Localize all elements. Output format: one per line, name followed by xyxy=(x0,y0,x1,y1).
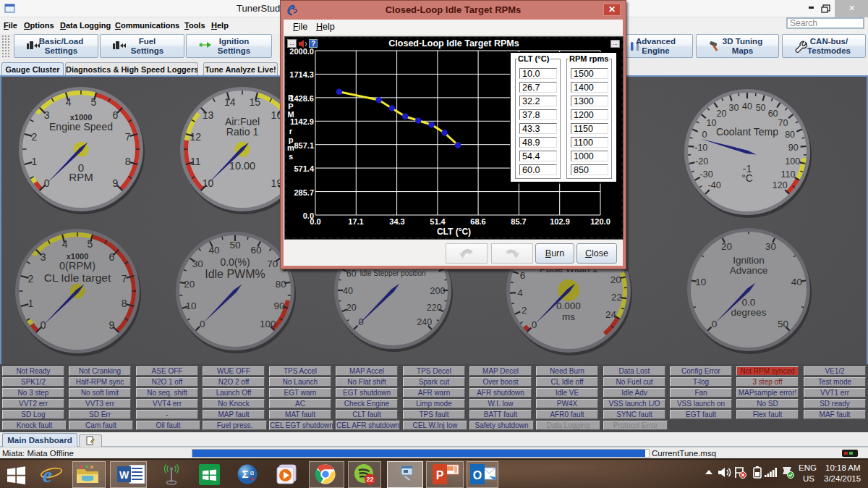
svg-text:0: 0 xyxy=(44,177,50,189)
svg-text:10: 10 xyxy=(707,118,717,128)
svg-text:13: 13 xyxy=(203,109,214,121)
svg-text:6: 6 xyxy=(520,270,526,281)
svg-text:0.0: 0.0 xyxy=(742,297,756,308)
svg-text:7: 7 xyxy=(122,273,127,285)
svg-text:P: P xyxy=(436,469,444,481)
svg-text:15: 15 xyxy=(250,96,261,108)
svg-text:0(RPM): 0(RPM) xyxy=(59,260,95,272)
svg-text:Engine Speed: Engine Speed xyxy=(49,121,113,132)
svg-text:60: 60 xyxy=(768,109,778,119)
svg-text:-10: -10 xyxy=(694,143,707,153)
svg-text:240: 240 xyxy=(417,317,432,327)
svg-text:4: 4 xyxy=(66,96,72,108)
svg-text:Advance: Advance xyxy=(730,265,768,276)
svg-text:22: 22 xyxy=(366,476,373,483)
svg-text:°C: °C xyxy=(741,172,753,184)
svg-text:-40: -40 xyxy=(708,180,721,190)
svg-text:9: 9 xyxy=(113,177,119,189)
svg-text:60: 60 xyxy=(346,269,357,279)
svg-text:10.00: 10.00 xyxy=(229,160,255,172)
svg-text:40: 40 xyxy=(791,277,802,287)
svg-text:5: 5 xyxy=(87,238,93,250)
svg-text:5: 5 xyxy=(90,96,96,108)
svg-text:40: 40 xyxy=(742,101,752,112)
svg-text:30: 30 xyxy=(728,103,739,113)
svg-text:22: 22 xyxy=(611,292,622,303)
svg-text:Coolant Temp: Coolant Temp xyxy=(716,126,778,138)
svg-text:40: 40 xyxy=(343,286,353,296)
svg-text:24: 24 xyxy=(605,309,617,320)
svg-text:2: 2 xyxy=(522,305,527,316)
svg-text:50: 50 xyxy=(756,103,766,113)
svg-text:0.000: 0.000 xyxy=(556,300,581,311)
svg-text:11: 11 xyxy=(190,156,201,167)
svg-text:3: 3 xyxy=(41,251,46,263)
svg-text:50: 50 xyxy=(778,319,788,329)
svg-text:20: 20 xyxy=(716,109,726,119)
svg-text:e: e xyxy=(43,463,52,486)
svg-text:Idle PWM%: Idle PWM% xyxy=(205,268,265,280)
svg-text:8: 8 xyxy=(125,156,131,167)
svg-text:8: 8 xyxy=(122,298,127,309)
svg-text:W: W xyxy=(119,469,129,481)
svg-text:0: 0 xyxy=(359,317,364,327)
svg-text:9: 9 xyxy=(109,319,115,331)
svg-text:20: 20 xyxy=(721,241,732,252)
svg-text:2: 2 xyxy=(27,273,33,285)
svg-text:70: 70 xyxy=(267,258,278,269)
svg-text:7: 7 xyxy=(125,131,131,143)
svg-text:0: 0 xyxy=(532,319,537,330)
svg-text:0: 0 xyxy=(200,319,205,329)
svg-text:50: 50 xyxy=(229,240,240,251)
svg-text:0: 0 xyxy=(41,319,46,331)
svg-text:90: 90 xyxy=(273,300,284,311)
svg-text:degrees: degrees xyxy=(731,307,767,318)
svg-text:220: 220 xyxy=(427,303,442,313)
svg-text:Idle Stepper position: Idle Stepper position xyxy=(359,269,425,277)
svg-text:O: O xyxy=(473,469,482,481)
svg-text:10: 10 xyxy=(695,277,706,287)
svg-text:200: 200 xyxy=(430,286,446,296)
svg-text:100: 100 xyxy=(260,319,276,329)
svg-text:3: 3 xyxy=(44,109,50,121)
svg-text:1: 1 xyxy=(27,298,33,309)
svg-text:-20: -20 xyxy=(695,156,708,167)
svg-text:100: 100 xyxy=(785,156,800,167)
svg-text:10: 10 xyxy=(186,300,197,311)
svg-text:2: 2 xyxy=(31,131,37,143)
svg-text:6: 6 xyxy=(109,251,115,263)
svg-text:20: 20 xyxy=(610,274,621,285)
svg-text:40: 40 xyxy=(208,245,219,256)
svg-text:+: + xyxy=(250,475,255,483)
svg-text:120: 120 xyxy=(773,180,788,190)
svg-text:Ignition: Ignition xyxy=(733,255,765,266)
svg-text:4: 4 xyxy=(517,287,523,298)
svg-text:30: 30 xyxy=(765,241,776,252)
svg-text:CL Idle target: CL Idle target xyxy=(44,272,111,284)
svg-text:14: 14 xyxy=(224,96,236,108)
svg-text:0: 0 xyxy=(712,319,718,329)
svg-text:20: 20 xyxy=(346,303,357,313)
svg-text:4: 4 xyxy=(62,238,68,250)
svg-text:ms: ms xyxy=(562,311,575,322)
svg-text:80: 80 xyxy=(276,279,286,290)
svg-text:0: 0 xyxy=(702,130,707,140)
svg-text:6: 6 xyxy=(113,109,119,121)
svg-text:70: 70 xyxy=(778,118,788,128)
svg-text:110: 110 xyxy=(780,169,795,180)
svg-text:1: 1 xyxy=(31,156,37,167)
svg-text:30: 30 xyxy=(192,258,203,269)
svg-text:80: 80 xyxy=(785,130,795,140)
svg-text:-30: -30 xyxy=(700,169,713,180)
svg-text:Σ: Σ xyxy=(242,468,248,480)
svg-text:12: 12 xyxy=(190,131,202,143)
svg-text:RPM: RPM xyxy=(69,171,93,183)
svg-text:Ratio 1: Ratio 1 xyxy=(226,126,259,138)
svg-text:90: 90 xyxy=(788,143,799,153)
svg-text:20: 20 xyxy=(184,279,195,290)
svg-text:0.0(%): 0.0(%) xyxy=(220,256,250,268)
svg-text:60: 60 xyxy=(251,245,262,256)
